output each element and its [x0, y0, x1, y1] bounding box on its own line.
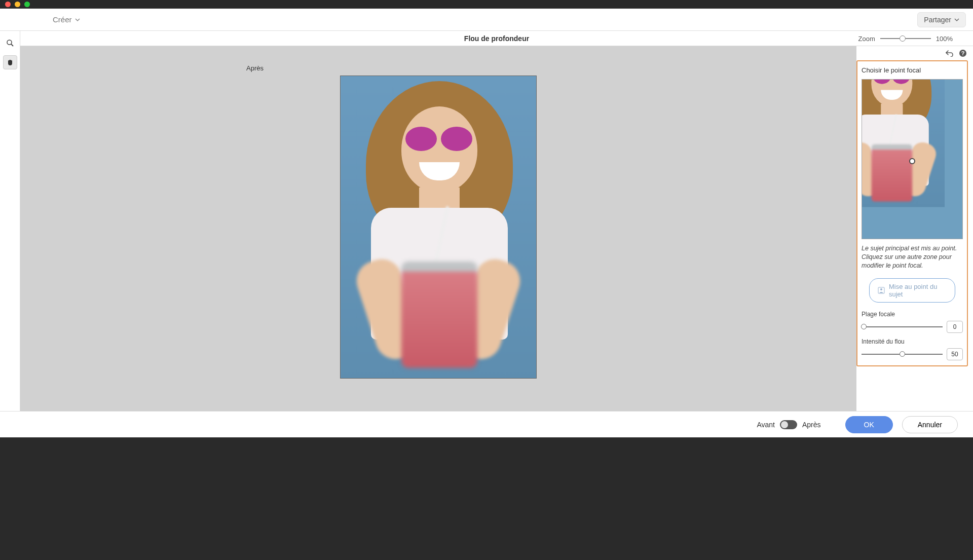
chevron-down-icon [954, 17, 959, 22]
zoom-label: Zoom [858, 35, 875, 43]
focal-range-control: Plage focale 0 [862, 311, 963, 333]
search-icon [6, 39, 14, 47]
create-dropdown[interactable]: Créer [53, 15, 80, 24]
left-tool-strip [0, 31, 20, 411]
right-container: ? Choisir le point focal Le sujet princi… [856, 46, 973, 411]
share-label: Partager [924, 16, 951, 24]
zoom-percentage: 100% [936, 35, 953, 43]
zoom-control: Zoom 100% [858, 31, 953, 46]
image-illustration [341, 76, 536, 378]
svg-line-1 [11, 44, 13, 46]
auto-subject-focus-button[interactable]: Mise au point du sujet [869, 278, 955, 303]
blur-intensity-thumb[interactable] [900, 351, 905, 357]
focal-help-text: Le sujet principal est mis au point. Cli… [862, 244, 963, 270]
top-toolbar: Créer Partager [0, 9, 973, 31]
cancel-button[interactable]: Annuler [902, 416, 958, 433]
focal-picker-thumbnail[interactable] [862, 79, 963, 239]
focal-range-slider[interactable] [862, 326, 943, 327]
help-icon[interactable]: ? [959, 49, 967, 57]
focal-section-title: Choisir le point focal [862, 66, 963, 74]
zoom-tool[interactable] [3, 36, 17, 50]
focal-point-marker[interactable] [909, 158, 915, 164]
create-label: Créer [53, 15, 72, 24]
before-label: Avant [757, 421, 775, 429]
close-window-icon[interactable] [5, 2, 11, 7]
before-after-toggle-group: Avant Après [757, 420, 820, 429]
zoom-slider-thumb[interactable] [900, 35, 906, 42]
canvas-header-actions: ? [856, 46, 973, 57]
hand-icon [6, 58, 14, 66]
focal-range-label: Plage focale [862, 311, 963, 318]
undo-icon[interactable] [946, 50, 954, 57]
chevron-down-icon [75, 17, 80, 22]
bottom-action-bar: Avant Après OK Annuler [0, 411, 973, 437]
auto-focus-label: Mise au point du sujet [889, 283, 947, 298]
blur-intensity-value[interactable]: 50 [947, 348, 963, 360]
preview-image[interactable] [340, 76, 537, 379]
share-dropdown[interactable]: Partager [917, 12, 966, 27]
svg-point-0 [7, 40, 12, 45]
depth-blur-panel: Choisir le point focal Le sujet principa… [856, 60, 968, 366]
ok-button[interactable]: OK [845, 416, 893, 433]
before-after-toggle[interactable] [780, 420, 797, 429]
focal-range-thumb[interactable] [861, 324, 867, 329]
effect-title: Flou de profondeur [464, 34, 529, 43]
svg-text:?: ? [961, 50, 965, 56]
blur-intensity-control: Intensité du flou 50 [862, 338, 963, 360]
preview-after-label: Après [246, 64, 264, 72]
toggle-knob [781, 421, 788, 428]
after-label: Après [802, 421, 821, 429]
canvas-header: Flou de profondeur Zoom 100% [20, 31, 973, 46]
hand-tool[interactable] [3, 55, 17, 69]
maximize-window-icon[interactable] [24, 2, 30, 7]
minimize-window-icon[interactable] [15, 2, 20, 7]
focal-range-value[interactable]: 0 [947, 321, 963, 333]
canvas-area: Flou de profondeur Zoom 100% Après [20, 31, 973, 411]
blur-intensity-slider[interactable] [862, 354, 943, 355]
portrait-icon [878, 287, 885, 294]
zoom-slider[interactable] [880, 38, 931, 39]
blur-intensity-label: Intensité du flou [862, 338, 963, 345]
window-titlebar [0, 0, 973, 9]
canvas-viewport[interactable]: Après [20, 46, 856, 411]
svg-point-5 [880, 288, 882, 290]
app-body: Flou de profondeur Zoom 100% Après [0, 31, 973, 411]
